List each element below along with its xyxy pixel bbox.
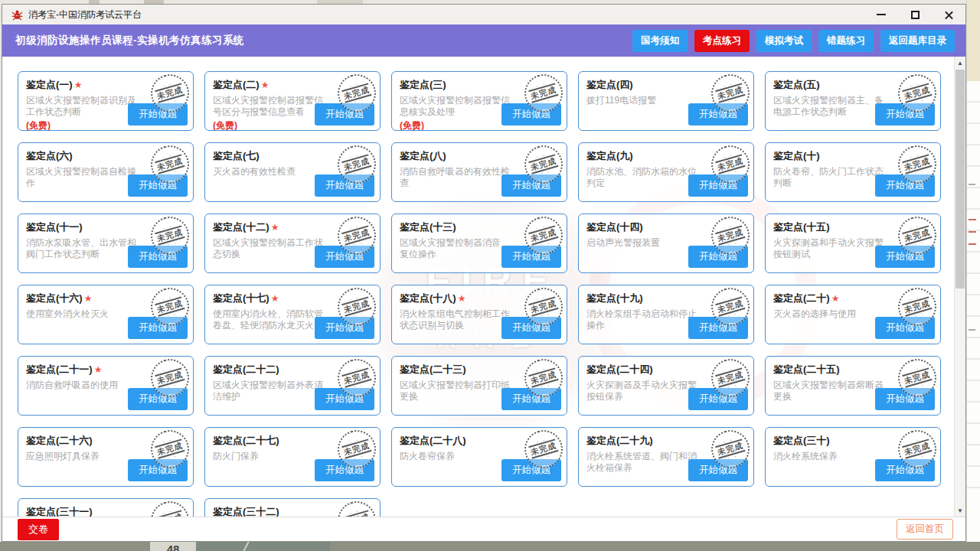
assessment-card: 鉴定点(二十二) 区域火灾报警控制器外表清洁维护 未完成 开始做题 xyxy=(204,356,381,416)
card-title-text: 鉴定点(四) xyxy=(586,79,633,90)
assessment-card: 鉴定点(四) 拨打119电话报警 未完成 开始做题 xyxy=(578,71,754,131)
nav-point-practice[interactable]: 考点练习 xyxy=(694,30,750,52)
card-title-text: 鉴定点(八) xyxy=(400,150,446,161)
stamp-ring: 未完成 xyxy=(333,498,381,517)
desktop-fragment xyxy=(969,243,976,245)
card-title-text: 鉴定点(三十二) xyxy=(213,506,279,517)
page-title: 初级消防设施操作员课程-实操机考仿真练习系统 xyxy=(15,34,244,47)
scroll-down-icon[interactable] xyxy=(955,504,965,517)
close-icon xyxy=(944,10,954,20)
stamp-ring: 未完成 xyxy=(146,498,194,517)
submit-paper-button[interactable]: 交卷 xyxy=(18,519,59,540)
maximize-icon xyxy=(911,11,920,19)
stamp-text: 未完成 xyxy=(528,154,559,174)
stamp-text: 未完成 xyxy=(715,439,746,459)
card-title-text: 鉴定点(二十二) xyxy=(213,364,279,375)
card-title-text: 鉴定点(二十三) xyxy=(400,364,466,375)
nav-mock-exam[interactable]: 模拟考试 xyxy=(756,30,812,52)
stamp-text: 未完成 xyxy=(341,296,372,317)
stamp-text: 未完成 xyxy=(341,154,372,174)
stamp-text: 未完成 xyxy=(715,296,746,317)
card-title-text: 鉴定点(十六) xyxy=(26,292,83,304)
assessment-card: 鉴定点(二十四) 火灾探测器及手动火灾报警按钮保养 未完成 开始做题 xyxy=(578,356,754,416)
assessment-card: 鉴定点(八) 消防自救呼吸器的有效性检查 未完成 开始做题 xyxy=(391,142,567,202)
card-title-text: 鉴定点(三十一) xyxy=(26,506,93,517)
assessment-card: 鉴定点(二十八) 防火卷帘保养 未完成 开始做题 xyxy=(391,427,567,487)
stamp-text: 未完成 xyxy=(528,225,559,246)
vertical-scrollbar[interactable] xyxy=(954,57,965,517)
assessment-card: 鉴定点(十一) 消防水泵吸水管、出水管和阀门工作状态判断 未完成 开始做题 xyxy=(18,214,194,273)
card-title-text: 鉴定点(十一) xyxy=(26,221,83,233)
card-title-text: 鉴定点(二十九) xyxy=(586,435,653,446)
stamp-text: 未完成 xyxy=(528,439,559,459)
stamp-text: 未完成 xyxy=(155,296,185,317)
stamp-text: 未完成 xyxy=(155,225,185,246)
stamp-text: 未完成 xyxy=(528,367,559,388)
assessment-card: 鉴定点(三十二) 未完成 开始做题 xyxy=(204,498,381,517)
back-home-button[interactable]: 返回首页 xyxy=(897,519,953,540)
nav-exam-notice[interactable]: 国考须知 xyxy=(632,30,688,52)
assessment-card: 鉴定点(十七)★ 使用室内消火栓、消防软管卷盘、轻便消防水龙灭火 未完成 开始做… xyxy=(204,285,381,344)
star-icon: ★ xyxy=(271,293,279,304)
assessment-card: 鉴定点(十二)★ 区域火灾报警控制器工作状态切换 未完成 开始做题 xyxy=(204,214,381,273)
star-icon: ★ xyxy=(831,293,840,304)
card-title-text: 鉴定点(一) xyxy=(26,79,73,90)
nav-back-question-bank[interactable]: 返回题库目录 xyxy=(880,30,955,52)
card-title-text: 鉴定点(十四) xyxy=(586,221,643,233)
card-title-text: 鉴定点(二十六) xyxy=(26,435,93,446)
card-title-text: 鉴定点(十) xyxy=(773,150,820,161)
content-area: FIRE XKB 鉴定点(一)★ 区域火灾报警控制器识别及工作状态判断 (免费)… xyxy=(2,57,965,517)
card-title-text: 鉴定点(十九) xyxy=(586,292,643,304)
assessment-card: 鉴定点(二十五) 区域火灾报警控制器熔断器更换 未完成 开始做题 xyxy=(765,356,941,416)
card-title-text: 鉴定点(二十五) xyxy=(773,364,840,375)
window-controls xyxy=(864,5,965,24)
card-title-text: 鉴定点(十五) xyxy=(773,221,830,233)
minimize-icon xyxy=(877,14,886,15)
card-title-text: 鉴定点(二十八) xyxy=(400,435,466,446)
card-title-text: 鉴定点(七) xyxy=(213,150,260,161)
assessment-card: 鉴定点(九) 消防水池、消防水箱的水位判定 未完成 开始做题 xyxy=(578,142,754,202)
star-icon: ★ xyxy=(261,80,270,90)
assessment-card: 鉴定点(二十九) 消火栓系统管道、阀门和消火栓箱保养 未完成 开始做题 xyxy=(578,427,754,487)
maximize-button[interactable] xyxy=(898,5,932,24)
card-title-text: 鉴定点(三十) xyxy=(773,435,830,446)
assessment-card: 鉴定点(十八)★ 消火栓泵组电气控制柜工作状态识别与切换 未完成 开始做题 xyxy=(391,285,567,344)
star-icon: ★ xyxy=(458,293,466,304)
stamp-text: 未完成 xyxy=(528,296,559,317)
window-title: 消考宝-中国消防考试云平台 xyxy=(28,8,142,21)
stamp-text: 未完成 xyxy=(155,83,185,103)
incomplete-stamp: 未完成 xyxy=(333,498,381,517)
assessment-card: 鉴定点(五) 区域火灾报警控制器主、备电源工作状态判断 未完成 开始做题 xyxy=(765,71,941,131)
stamp-text: 未完成 xyxy=(902,439,933,459)
card-title-text: 鉴定点(三) xyxy=(400,79,446,90)
assessment-card: 鉴定点(二十)★ 灭火器的选择与使用 未完成 开始做题 xyxy=(765,285,941,344)
desktop-fragment xyxy=(969,231,976,233)
assessment-card: 鉴定点(十三) 区域火灾报警控制器消音、复位操作 未完成 开始做题 xyxy=(391,214,567,273)
assessment-card: 鉴定点(六) 区域火灾报警控制器自检操作 未完成 开始做题 xyxy=(18,142,194,202)
stamp-text: 未完成 xyxy=(341,83,372,103)
desktop-fragment xyxy=(196,542,330,551)
card-title-text: 鉴定点(十二) xyxy=(213,221,270,233)
app-window: 消考宝-中国消防考试云平台 初级消防设施操作员课程-实操机考仿真练习系统 国考须… xyxy=(2,4,966,542)
stamp-text: 未完成 xyxy=(155,154,185,174)
assessment-card: 鉴定点(二)★ 区域火灾报警控制器报警信号区分与报警信息查看 (免费) 未完成 … xyxy=(204,71,381,131)
stamp-text: 未完成 xyxy=(902,296,933,317)
stamp-text: 未完成 xyxy=(528,83,559,103)
close-button[interactable] xyxy=(932,5,965,24)
scrollbar-thumb[interactable] xyxy=(956,70,965,289)
card-title-text: 鉴定点(六) xyxy=(26,150,73,161)
desktop-number-fragment: 48 xyxy=(150,542,196,551)
card-title-text: 鉴定点(十三) xyxy=(400,221,456,233)
stamp-text: 未完成 xyxy=(715,154,746,174)
desktop-fragment xyxy=(969,329,975,331)
minimize-button[interactable] xyxy=(864,5,898,24)
stamp-text: 未完成 xyxy=(341,439,372,459)
assessment-card: 鉴定点(十) 防火卷帘、防火门工作状态判断 未完成 开始做题 xyxy=(765,142,941,202)
card-grid: 鉴定点(一)★ 区域火灾报警控制器识别及工作状态判断 (免费) 未完成 开始做题… xyxy=(2,57,965,517)
scroll-up-icon[interactable] xyxy=(955,57,965,69)
nav-wrong-questions[interactable]: 错题练习 xyxy=(818,30,874,52)
assessment-card: 鉴定点(十五) 火灾探测器和手动火灾报警按钮测试 未完成 开始做题 xyxy=(765,214,941,273)
card-title-text: 鉴定点(二) xyxy=(213,79,260,90)
assessment-card: 鉴定点(十六)★ 使用室外消火栓灭火 未完成 开始做题 xyxy=(18,285,194,344)
assessment-card: 鉴定点(二十一)★ 消防自救呼吸器的使用 未完成 开始做题 xyxy=(18,356,194,416)
